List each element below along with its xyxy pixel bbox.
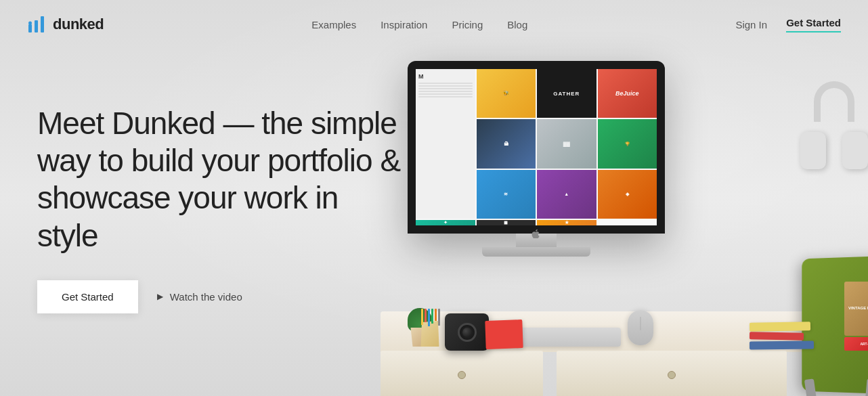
portfolio-thumb-10: ✦ bbox=[416, 220, 475, 225]
pencil bbox=[425, 309, 427, 322]
screen-sidebar-line bbox=[418, 88, 473, 89]
hero-section: dunked Examples Inspiration Pricing Blog… bbox=[0, 0, 868, 396]
play-icon: ▶ bbox=[157, 292, 163, 301]
portfolio-thumb-1: 🐝 bbox=[477, 69, 536, 118]
nav-blog[interactable]: Blog bbox=[507, 19, 527, 30]
desk-drawer-left bbox=[381, 351, 543, 396]
logo-text: dunked bbox=[53, 16, 104, 33]
navigation: dunked Examples Inspiration Pricing Blog… bbox=[0, 0, 868, 49]
logo-link[interactable]: dunked bbox=[27, 15, 104, 34]
monitor-screen-outer: M 🐝 GATHER BeJuice 🏔 ▓ bbox=[408, 61, 665, 234]
nav-get-started-button[interactable]: Get Started bbox=[786, 17, 841, 32]
book-blue bbox=[750, 341, 814, 350]
screen-sidebar-line bbox=[418, 96, 473, 97]
portfolio-thumb-3: BeJuice bbox=[598, 69, 657, 118]
portfolio-thumb-12: ★ bbox=[537, 220, 596, 225]
monitor: M 🐝 GATHER BeJuice 🏔 ▓ bbox=[408, 61, 665, 264]
svg-rect-0 bbox=[28, 24, 32, 32]
camera-lens bbox=[458, 323, 477, 342]
camera bbox=[445, 313, 489, 351]
hero-headline-line3: showcase your work in style bbox=[37, 180, 338, 252]
dunked-logo-icon bbox=[27, 15, 46, 34]
mouse-line bbox=[641, 317, 641, 330]
pencil-bunch bbox=[421, 309, 440, 326]
camera-lens-inner bbox=[462, 328, 472, 337]
pencil bbox=[438, 309, 440, 326]
headphone-right-ear bbox=[842, 132, 868, 169]
headphone-left-ear bbox=[800, 132, 826, 169]
hero-headline-line2: way to build your portfolio & bbox=[37, 143, 400, 178]
pencil-holder bbox=[420, 314, 440, 347]
svg-rect-1 bbox=[35, 20, 38, 32]
sign-in-link[interactable]: Sign In bbox=[735, 19, 767, 30]
book-yellow bbox=[750, 322, 810, 332]
desk-scene: M 🐝 GATHER BeJuice 🏔 ▓ bbox=[353, 54, 868, 396]
hero-headline: Meet Dunked — the simple way to build yo… bbox=[37, 105, 406, 255]
book-red bbox=[750, 332, 804, 340]
drawer-knob-left bbox=[458, 371, 466, 379]
notebook bbox=[485, 320, 523, 349]
hero-cta-group: Get Started ▶ Watch the video bbox=[37, 280, 406, 313]
hero-headline-line1: Meet Dunked — the simple bbox=[37, 106, 397, 141]
watch-video-label: Watch the video bbox=[170, 291, 242, 303]
screen-sidebar-line bbox=[418, 83, 473, 84]
nav-right: Sign In Get Started bbox=[735, 17, 841, 32]
portfolio-thumb-9: ◈ bbox=[598, 170, 657, 219]
screen-sidebar-line bbox=[418, 91, 473, 92]
book-stack bbox=[750, 322, 814, 349]
screen-sidebar-line bbox=[418, 85, 473, 87]
pencil bbox=[435, 309, 437, 321]
monitor-base bbox=[482, 247, 590, 257]
drawer-knob-right bbox=[668, 371, 676, 379]
nav-inspiration[interactable]: Inspiration bbox=[381, 19, 427, 30]
svg-rect-2 bbox=[41, 16, 44, 32]
screen-sidebar-line bbox=[418, 93, 473, 95]
pencil bbox=[428, 309, 430, 326]
headphones bbox=[800, 81, 868, 176]
portfolio-thumb-6: 🏆 bbox=[598, 119, 657, 168]
portfolio-thumb-4: 🏔 bbox=[477, 119, 536, 168]
hero-get-started-button[interactable]: Get Started bbox=[37, 280, 138, 313]
mouse bbox=[628, 310, 653, 345]
screen-sidebar: M bbox=[416, 69, 475, 219]
magazine-2: ART+ bbox=[844, 337, 868, 351]
svg-point-3 bbox=[28, 22, 32, 25]
screen-sidebar-logo: M bbox=[418, 73, 473, 80]
portfolio-thumb-2: GATHER bbox=[537, 69, 596, 118]
desk-drawer-right bbox=[557, 351, 787, 396]
magazine-stack: VINTAGE MARVEL ART+ bbox=[844, 282, 868, 351]
apple-logo bbox=[531, 229, 542, 240]
portfolio-thumb-7: ≋ bbox=[477, 170, 536, 219]
nav-examples[interactable]: Examples bbox=[311, 19, 356, 30]
pencil bbox=[421, 309, 423, 325]
portfolio-thumb-5: ▓▓ bbox=[537, 119, 596, 168]
headphone-band bbox=[814, 81, 854, 122]
magazine-1: VINTAGE MARVEL bbox=[844, 282, 868, 336]
hero-text-block: Meet Dunked — the simple way to build yo… bbox=[37, 105, 406, 313]
portfolio-thumb-11: ◼ bbox=[477, 220, 536, 225]
pencil bbox=[431, 309, 433, 324]
monitor-screen-inner: M 🐝 GATHER BeJuice 🏔 ▓ bbox=[416, 69, 657, 225]
nav-pricing[interactable]: Pricing bbox=[452, 19, 483, 30]
nav-links: Examples Inspiration Pricing Blog bbox=[311, 19, 527, 30]
portfolio-thumb-8: ▲ bbox=[537, 170, 596, 219]
watch-video-link[interactable]: ▶ Watch the video bbox=[157, 291, 242, 303]
